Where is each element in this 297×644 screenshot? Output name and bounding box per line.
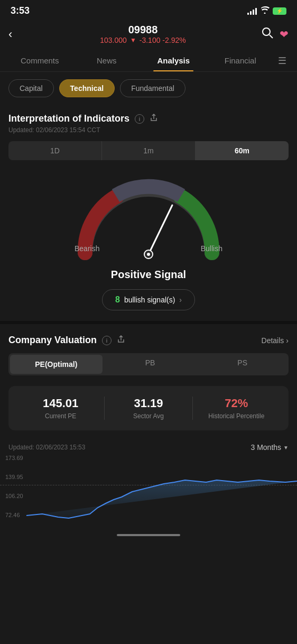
- sector-avg-label: Sector Avg: [105, 412, 192, 420]
- tab-news[interactable]: News: [73, 50, 141, 71]
- price-change: -3.100 -2.92%: [140, 36, 186, 44]
- valuation-info-icon[interactable]: i: [102, 336, 112, 345]
- back-button[interactable]: ‹: [8, 27, 24, 41]
- gauge-signal: Positive Signal: [111, 269, 186, 281]
- indicators-title-row: Interpretation of Indicators i: [8, 113, 289, 124]
- valuation-title: Company Valuation: [8, 335, 97, 346]
- valuation-share-icon[interactable]: [117, 335, 125, 346]
- gauge-labels: Bearish Bullish: [69, 244, 228, 253]
- gauge-container: Bearish Bullish Positive Signal 8 bullis…: [0, 171, 297, 321]
- svg-point-4: [147, 253, 150, 256]
- time-btn-60m[interactable]: 60m: [196, 141, 289, 160]
- status-bar: 3:53 ⚡: [0, 0, 297, 20]
- details-label: Details: [262, 336, 284, 345]
- bullish-badge[interactable]: 8 bullish signal(s) ›: [102, 289, 195, 310]
- time-selector: 1D 1m 60m: [8, 141, 289, 160]
- sub-tabs: Capital Technical Fundamental: [0, 72, 297, 105]
- subtab-fundamental[interactable]: Fundamental: [120, 79, 185, 97]
- time-btn-1m[interactable]: 1m: [102, 141, 196, 160]
- tab-comments[interactable]: Comments: [6, 50, 73, 71]
- status-icons: ⚡: [247, 6, 286, 15]
- nav-menu-button[interactable]: ☰: [274, 51, 291, 71]
- bullish-count: 8: [115, 295, 120, 305]
- bullish-arrow-icon: ›: [179, 296, 182, 304]
- bearish-label: Bearish: [75, 244, 99, 253]
- stock-code: 09988: [100, 24, 185, 36]
- header-actions: ❤: [262, 27, 289, 41]
- home-bar-indicator: [117, 534, 180, 536]
- subtab-technical[interactable]: Technical: [59, 79, 115, 97]
- info-icon[interactable]: i: [135, 114, 144, 124]
- months-label: 3 Months: [251, 443, 282, 452]
- months-dropdown-icon: ▼: [283, 445, 289, 450]
- svg-line-1: [270, 35, 273, 38]
- chart-area: 173.69 139.95 106.20 72.46: [0, 455, 297, 529]
- current-pe-label: Current PE: [17, 412, 104, 420]
- chart-updated: Updated: 02/06/2023 15:53: [8, 444, 85, 451]
- valuation-header: Company Valuation i Details ›: [8, 335, 289, 346]
- time-btn-1d[interactable]: 1D: [8, 141, 102, 160]
- tab-analysis[interactable]: Analysis: [140, 50, 207, 71]
- valuation-stats: 145.01 Current PE 31.19 Sector Avg 72% H…: [8, 386, 289, 430]
- subtab-capital[interactable]: Capital: [8, 79, 54, 97]
- favorite-button[interactable]: ❤: [280, 28, 289, 41]
- wifi-icon: [260, 6, 270, 15]
- valuation-section: Company Valuation i Details › PE(Optimal…: [0, 321, 297, 430]
- pe-tab-pb[interactable]: PB: [104, 353, 197, 375]
- price-arrow-icon: ▼: [130, 36, 136, 44]
- pe-tab-optimal[interactable]: PE(Optimal): [10, 355, 103, 374]
- stat-current-pe: 145.01 Current PE: [17, 397, 104, 420]
- historical-pct-label: Historical Percentile: [193, 412, 280, 420]
- stat-historical-pct: 72% Historical Percentile: [192, 397, 280, 420]
- home-bar: [0, 529, 297, 539]
- stat-sector-avg: 31.19 Sector Avg: [104, 397, 192, 420]
- details-link[interactable]: Details ›: [262, 336, 289, 345]
- details-arrow-icon: ›: [286, 336, 289, 345]
- indicators-updated: Updated: 02/06/2023 15:54 CCT: [8, 126, 289, 134]
- bullish-label: Bullish: [201, 244, 222, 253]
- current-pe-value: 145.01: [17, 397, 104, 410]
- share-icon[interactable]: [150, 114, 158, 124]
- indicators-title: Interpretation of Indicators: [8, 113, 129, 124]
- price-row: 103.000 ▼ -3.100 -2.92%: [100, 36, 185, 44]
- stock-price: 103.000: [100, 36, 127, 44]
- valuation-left: Company Valuation i: [8, 335, 125, 346]
- chart-line-svg: [0, 455, 297, 529]
- chart-footer: Updated: 02/06/2023 15:53 3 Months ▼: [0, 443, 297, 452]
- sector-avg-value: 31.19: [105, 397, 192, 410]
- gauge-wrapper: Bearish Bullish: [69, 176, 228, 263]
- signal-bars-icon: [247, 7, 257, 15]
- status-time: 3:53: [11, 5, 30, 16]
- search-button[interactable]: [262, 27, 273, 41]
- battery-icon: ⚡: [273, 7, 286, 15]
- bullish-text: bullish signal(s): [124, 296, 175, 304]
- nav-tabs: Comments News Analysis Financial ☰: [0, 50, 297, 72]
- svg-point-0: [263, 28, 270, 35]
- historical-pct-value: 72%: [193, 397, 280, 410]
- months-selector[interactable]: 3 Months ▼: [251, 443, 289, 452]
- chart-section: Updated: 02/06/2023 15:53 3 Months ▼ 173…: [0, 438, 297, 529]
- indicators-section: Interpretation of Indicators i Updated: …: [0, 105, 297, 134]
- tab-financial[interactable]: Financial: [207, 50, 274, 71]
- pe-tab-ps[interactable]: PS: [196, 353, 289, 375]
- header: ‹ 09988 103.000 ▼ -3.100 -2.92% ❤: [0, 20, 297, 50]
- stock-info: 09988 103.000 ▼ -3.100 -2.92%: [100, 24, 185, 44]
- pe-tabs: PE(Optimal) PB PS: [8, 353, 289, 375]
